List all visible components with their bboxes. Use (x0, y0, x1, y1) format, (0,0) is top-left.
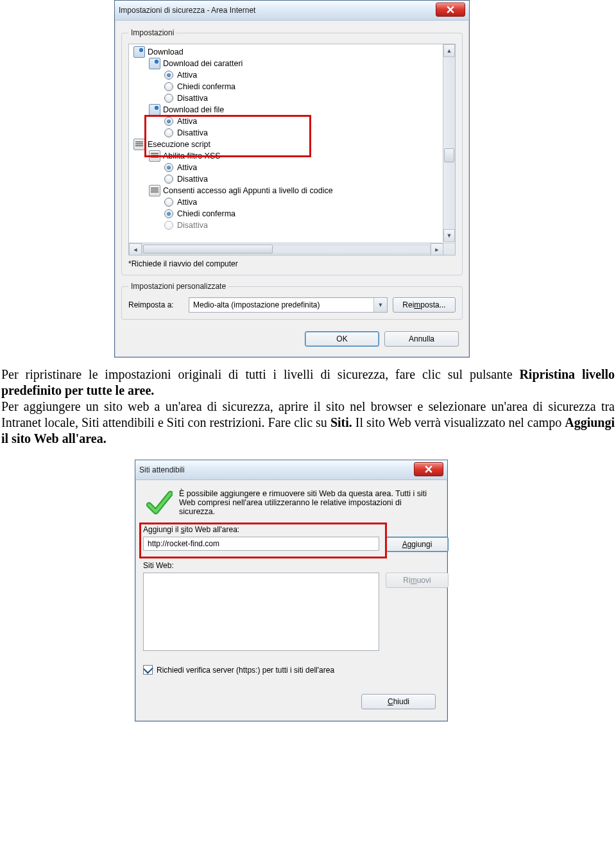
button-label: Annulla (409, 334, 434, 343)
download-icon (149, 58, 160, 69)
tree-node-download-files[interactable]: Download dei file (149, 104, 441, 116)
close-icon (425, 465, 432, 473)
scroll-left-arrow-icon[interactable]: ◄ (129, 243, 142, 255)
scrollbar-thumb[interactable] (143, 245, 273, 254)
tree-label: Abilita filtro XSS (163, 150, 221, 162)
close-button[interactable] (436, 3, 465, 17)
custom-settings-group: Impostazioni personalizzate Reimposta a:… (121, 282, 463, 320)
checkbox-icon (143, 665, 153, 675)
https-checkbox-row[interactable]: Richiedi verifica server (https:) per tu… (143, 665, 440, 675)
option-files-disable[interactable]: Disattiva (164, 127, 441, 139)
scroll-down-arrow-icon[interactable]: ▼ (443, 229, 455, 242)
tree-node-download[interactable]: Download (133, 46, 441, 58)
button-label-pre: Rei (402, 300, 414, 309)
option-label: Attiva (177, 162, 197, 173)
scrollbar-thumb[interactable] (444, 148, 454, 162)
settings-tree[interactable]: Download Download dei caratteri Attiva C… (131, 46, 441, 231)
security-settings-dialog: Impostazioni di sicurezza - Area Interne… (114, 0, 470, 358)
dialog-titlebar[interactable]: Siti attendibili (135, 460, 447, 480)
option-label: Attiva (177, 196, 197, 208)
tree-node-download-fonts[interactable]: Download dei caratteri (149, 58, 441, 69)
combo-value: Medio-alta (impostazione predefinita) (193, 300, 320, 309)
reset-to-combo[interactable]: Medio-alta (impostazione predefinita) ▼ (189, 297, 388, 313)
reset-to-label: Reimposta a: (128, 300, 184, 309)
chevron-down-icon: ▼ (373, 298, 387, 312)
radio-icon (164, 117, 173, 126)
option-xss-disable[interactable]: Disattiva (164, 173, 441, 185)
radio-icon (164, 128, 173, 137)
download-icon (133, 46, 145, 58)
checkbox-label: Richiedi verifica server (https:) per tu… (157, 666, 334, 675)
add-button[interactable]: Aggiungi (386, 537, 449, 552)
dialog-titlebar[interactable]: Impostazioni di sicurezza - Area Interne… (115, 1, 469, 21)
dialog-title: Impostazioni di sicurezza - Area Interne… (119, 6, 255, 15)
input-value: http://rocket-find.com (148, 539, 219, 548)
add-site-input[interactable]: http://rocket-find.com (143, 537, 379, 551)
button-label-post: posta... (420, 300, 445, 309)
dialog-title: Siti attendibili (139, 465, 185, 474)
download-icon (149, 104, 160, 116)
radio-icon (164, 82, 173, 91)
text: Il sito Web verrà visualizzato nel campo (352, 415, 565, 429)
option-label: Attiva (177, 69, 197, 81)
radio-icon (164, 175, 173, 184)
option-files-enable[interactable]: Attiva (164, 116, 441, 127)
option-fonts-prompt[interactable]: Chiedi conferma (164, 81, 441, 92)
option-label: Chiedi conferma (177, 81, 235, 92)
radio-icon (164, 221, 173, 230)
reset-button[interactable]: Reimposta... (393, 297, 456, 313)
radio-icon (164, 71, 173, 80)
script-icon (149, 150, 160, 162)
zone-description: È possibile aggiungere e rimuovere siti … (179, 489, 437, 516)
option-clipboard-enable[interactable]: Attiva (164, 196, 441, 208)
close-button[interactable] (414, 462, 443, 476)
tree-node-clipboard-access[interactable]: Consenti accesso agli Appunti a livello … (149, 185, 441, 196)
checkmark-icon (146, 489, 173, 516)
button-label: OK (336, 334, 347, 343)
option-label: Disattiva (177, 92, 208, 104)
option-xss-enable[interactable]: Attiva (164, 162, 441, 173)
tree-node-scripting[interactable]: Esecuzione script (133, 139, 441, 150)
add-site-label: Aggiungi il sito Web all'area: (143, 525, 440, 534)
option-label: Chiedi conferma (177, 208, 235, 220)
restart-note: *Richiede il riavvio del computer (128, 259, 456, 268)
custom-settings-legend: Impostazioni personalizzate (128, 282, 228, 291)
text-bold: Siti. (330, 415, 352, 429)
close-dialog-button[interactable]: Chiudi (361, 694, 436, 709)
horizontal-scrollbar[interactable]: ◄ ► (129, 243, 455, 255)
radio-icon (164, 209, 173, 218)
vertical-scrollbar[interactable]: ▲ ▼ (443, 44, 455, 242)
settings-tree-container: Download Download dei caratteri Attiva C… (128, 44, 456, 255)
tree-label: Consenti accesso agli Appunti a livello … (163, 185, 333, 196)
radio-icon (164, 198, 173, 207)
sites-listbox[interactable] (143, 573, 379, 651)
trusted-sites-dialog: Siti attendibili È possibile aggiungere … (135, 460, 448, 721)
tree-label: Download (148, 46, 184, 58)
option-label: Disattiva (177, 173, 208, 185)
text: Per ripristinare le impostazioni origina… (1, 367, 519, 381)
option-fonts-disable[interactable]: Disattiva (164, 92, 441, 104)
option-label: Disattiva (177, 127, 208, 139)
option-label: Attiva (177, 116, 197, 127)
scroll-up-arrow-icon[interactable]: ▲ (443, 44, 455, 57)
radio-icon (164, 94, 173, 103)
close-icon (447, 6, 454, 13)
option-clipboard-prompt[interactable]: Chiedi conferma (164, 208, 441, 220)
option-fonts-enable[interactable]: Attiva (164, 69, 441, 81)
option-clipboard-disable[interactable]: Disattiva (164, 220, 441, 231)
tree-label: Download dei caratteri (163, 58, 243, 69)
script-icon (149, 185, 160, 196)
instruction-paragraph: Per ripristinare le impostazioni origina… (0, 361, 616, 452)
remove-button[interactable]: Rimuovi (386, 573, 449, 588)
ok-button[interactable]: OK (305, 331, 379, 347)
scroll-right-arrow-icon[interactable]: ► (431, 243, 443, 255)
option-label: Disattiva (177, 220, 208, 231)
button-label-u: m (414, 300, 420, 309)
tree-node-xss-filter[interactable]: Abilita filtro XSS (149, 150, 441, 162)
settings-group: Impostazioni Download Download dei carat… (121, 28, 463, 275)
settings-group-legend: Impostazioni (128, 28, 176, 37)
sites-list-label: Siti Web: (143, 561, 440, 570)
cancel-button[interactable]: Annulla (384, 331, 459, 347)
tree-label: Download dei file (163, 104, 224, 116)
radio-icon (164, 163, 173, 172)
